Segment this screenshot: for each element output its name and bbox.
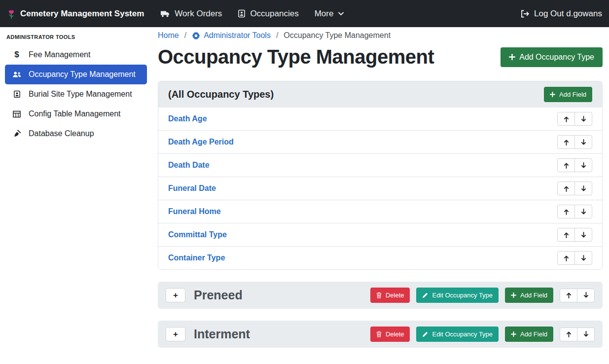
delete-button[interactable]: Delete: [370, 288, 410, 303]
breadcrumb-home[interactable]: Home: [158, 31, 179, 40]
nav-more[interactable]: More: [315, 9, 345, 19]
move-up-button[interactable]: [557, 158, 575, 172]
field-row: Death Age: [158, 108, 602, 130]
card-title: (All Occupancy Types): [168, 89, 274, 100]
move-down-button[interactable]: [574, 205, 592, 218]
panel-title: Interment: [194, 327, 250, 341]
add-field-button[interactable]: Add Field: [544, 87, 592, 102]
reorder-controls: [557, 251, 592, 265]
portrait-icon: [11, 90, 22, 98]
plus-icon: [511, 331, 516, 337]
dollar-icon: $: [11, 50, 22, 60]
move-up-button[interactable]: [560, 328, 577, 341]
sidebar-item-config-table-management[interactable]: Config Table Management: [5, 104, 147, 124]
sidebar-item-occupancy-type-management[interactable]: Occupancy Type Management: [5, 65, 147, 84]
reorder-controls: [557, 205, 592, 218]
move-down-button[interactable]: [574, 228, 592, 242]
sidebar: Administrator Tools $ Fee Management Occ…: [0, 27, 152, 364]
reorder-controls: [557, 158, 592, 172]
main-content: Home / Administrator Tools / Occupancy T…: [158, 27, 603, 364]
field-row: Container Type: [158, 246, 602, 269]
reorder-controls: [557, 135, 592, 149]
field-link[interactable]: Committal Type: [168, 230, 227, 239]
occupancy-type-panel-interment: + Interment Delete Edit Occupancy Type: [158, 321, 603, 348]
delete-button[interactable]: Delete: [370, 327, 410, 342]
broom-icon: [11, 130, 22, 138]
reorder-controls: [557, 182, 592, 195]
pencil-icon: [422, 331, 428, 337]
add-occupancy-type-button[interactable]: Add Occupancy Type: [501, 47, 603, 67]
top-navbar: Cemetery Management System Work Orders: [0, 0, 609, 27]
app-title: Cemetery Management System: [20, 9, 144, 19]
panel-title: Preneed: [194, 288, 243, 302]
move-up-button[interactable]: [557, 251, 575, 265]
trash-icon: [376, 292, 382, 298]
app-brand[interactable]: Cemetery Management System: [7, 8, 144, 19]
nav-occupancies[interactable]: Occupancies: [238, 9, 298, 19]
panel-actions: Delete Edit Occupancy Type Add Field: [370, 288, 595, 303]
move-down-button[interactable]: [577, 328, 595, 341]
chevron-down-icon: [338, 10, 344, 17]
field-row: Funeral Date: [158, 177, 602, 200]
move-up-button[interactable]: [557, 112, 575, 126]
field-link[interactable]: Death Date: [168, 161, 210, 170]
move-down-button[interactable]: [574, 135, 592, 149]
field-link[interactable]: Death Age: [168, 114, 207, 123]
field-row: Death Date: [158, 153, 602, 177]
reorder-controls: [560, 289, 595, 302]
logout-icon: [520, 10, 530, 18]
breadcrumb-separator: /: [276, 31, 278, 40]
breadcrumb: Home / Administrator Tools / Occupancy T…: [158, 31, 603, 40]
expand-button[interactable]: +: [166, 288, 185, 302]
breadcrumb-current: Occupancy Type Management: [284, 31, 391, 40]
field-link[interactable]: Funeral Date: [168, 184, 216, 193]
move-down-button[interactable]: [574, 112, 592, 126]
sidebar-item-burial-site-type-management[interactable]: Burial Site Type Management: [5, 84, 147, 104]
breadcrumb-separator: /: [184, 31, 186, 40]
panel-actions: Delete Edit Occupancy Type Add Field: [370, 327, 595, 342]
sidebar-heading: Administrator Tools: [0, 27, 152, 45]
plus-icon: [511, 292, 516, 298]
sidebar-item-database-cleanup[interactable]: Database Cleanup: [5, 124, 147, 144]
card-header: (All Occupancy Types) Add Field: [158, 81, 602, 108]
table-icon: [11, 110, 22, 118]
nav-links: Work Orders Occupancies More: [161, 9, 344, 19]
move-up-button[interactable]: [557, 228, 575, 242]
field-link[interactable]: Death Age Period: [168, 138, 234, 146]
reorder-controls: [560, 328, 595, 341]
app-window: Cemetery Management System Work Orders: [0, 0, 609, 364]
sidebar-item-fee-management[interactable]: $ Fee Management: [5, 45, 147, 65]
logout-link[interactable]: Log Out d.gowans: [520, 9, 602, 19]
flower-logo-icon: [7, 8, 16, 19]
field-link[interactable]: Container Type: [168, 254, 225, 262]
move-up-button[interactable]: [557, 182, 575, 195]
gear-icon: [192, 32, 200, 40]
field-row: Funeral Home: [158, 200, 602, 223]
field-row: Death Age Period: [158, 130, 602, 153]
add-field-button[interactable]: Add Field: [505, 288, 553, 303]
add-field-button[interactable]: Add Field: [505, 327, 553, 342]
expand-button[interactable]: +: [166, 327, 185, 341]
nav-work-orders[interactable]: Work Orders: [161, 9, 222, 19]
edit-occupancy-type-button[interactable]: Edit Occupancy Type: [416, 327, 499, 342]
move-up-button[interactable]: [557, 205, 575, 218]
plus-icon: [509, 54, 515, 60]
users-icon: [11, 71, 22, 78]
trash-icon: [376, 331, 382, 337]
move-up-button[interactable]: [560, 289, 577, 302]
move-down-button[interactable]: [574, 251, 592, 265]
pencil-icon: [422, 292, 428, 298]
field-link[interactable]: Funeral Home: [168, 207, 221, 216]
move-down-button[interactable]: [574, 182, 592, 195]
move-down-button[interactable]: [577, 289, 595, 302]
plus-icon: [550, 92, 555, 97]
field-row: Committal Type: [158, 223, 602, 246]
edit-occupancy-type-button[interactable]: Edit Occupancy Type: [416, 288, 499, 303]
move-down-button[interactable]: [574, 158, 592, 172]
move-up-button[interactable]: [557, 135, 575, 149]
occupancy-type-panel-preneed: + Preneed Delete Edit Occupancy Type: [158, 282, 603, 309]
all-occupancy-types-card: (All Occupancy Types) Add Field Death Ag…: [158, 81, 603, 270]
page-title: Occupancy Type Management: [158, 46, 434, 68]
breadcrumb-admin-tools[interactable]: Administrator Tools: [192, 31, 271, 40]
portrait-icon: [238, 9, 246, 18]
